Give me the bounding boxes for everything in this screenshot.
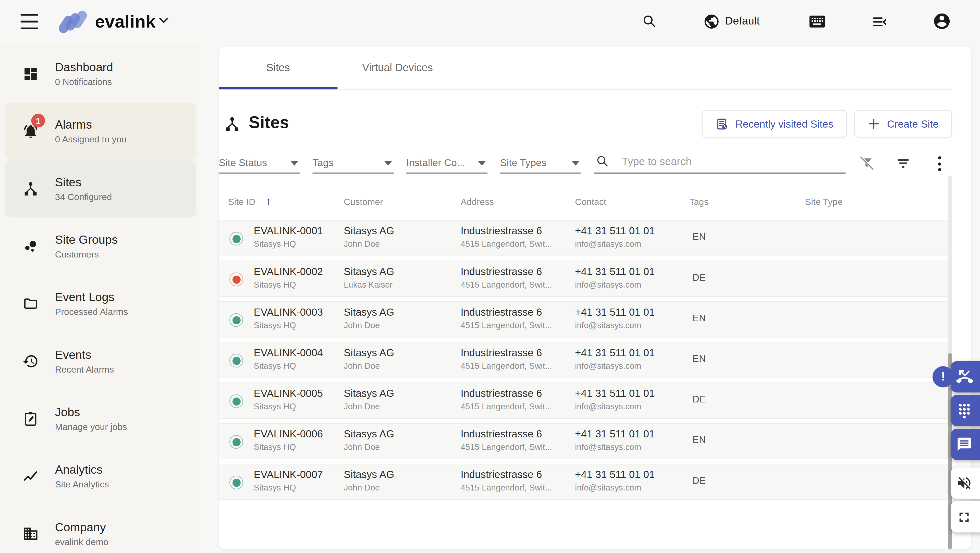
column-header-site-type[interactable]: Site Type [805,197,842,207]
create-site-button[interactable]: Create Site [854,110,952,138]
sidebar-item-sublabel: Recent Alarms [55,364,114,374]
recently-visited-sites-button[interactable]: Recently visited Sites [702,110,847,138]
tab-bar: Sites Virtual Devices [219,47,952,90]
sidebar-item-sublabel: evalink demo [55,537,108,547]
filter-label: Tags [312,157,334,168]
table-row[interactable]: EVALINK-0005Sitasys HQ Sitasys AGJohn Do… [219,383,948,419]
dropdown-arrow-icon [572,161,579,165]
table-row[interactable]: EVALINK-0002Sitasys HQ Sitasys AGLukas K… [219,261,948,297]
table-header: Site ID ↑ Customer Address Contact Tags … [219,194,948,212]
site-types-filter[interactable]: Site Types [500,153,581,174]
address-cell: Industriestrasse 64515 Langendorf, Swit.… [461,302,552,337]
recently-visited-label: Recently visited Sites [735,118,833,130]
address-cell: Industriestrasse 64515 Langendorf, Swit.… [461,383,552,418]
mute-button[interactable] [951,467,980,499]
sidebar-item-label: Events [55,348,114,362]
site-id-cell: EVALINK-0002Sitasys HQ [254,261,323,296]
site-status-icon [229,435,243,449]
sidebar-item-label: Site Groups [55,233,118,248]
table-row[interactable]: EVALINK-0001Sitasys HQ Sitasys AGJohn Do… [219,220,948,256]
site-status-icon [229,313,243,327]
installer-company-filter[interactable]: Installer Co... [406,153,487,174]
search-input[interactable] [620,153,839,171]
keyboard-icon[interactable] [809,14,826,29]
dropdown-arrow-icon [384,161,392,165]
sidebar-item-event-logs[interactable]: Event Logs Processed Alarms [5,275,196,332]
sidebar-item-events[interactable]: Events Recent Alarms [5,332,196,390]
table-row[interactable]: EVALINK-0007Sitasys HQ Sitasys AGJohn Do… [219,464,948,500]
contact-cell: +41 31 511 01 01info@sitasys.com [575,221,655,256]
column-header-tags[interactable]: Tags [689,197,708,207]
more-options-kebab-icon[interactable] [934,154,945,173]
clear-filters-icon[interactable] [859,155,875,171]
sidebar-item-label: Event Logs [55,291,128,305]
brand-chevron-down-icon[interactable] [159,17,169,24]
bubble-chart-icon [22,238,39,254]
site-status-icon [229,394,243,408]
menu-open-icon[interactable] [871,14,888,29]
address-cell: Industriestrasse 64515 Langendorf, Swit.… [461,464,552,499]
history-icon [22,353,39,370]
active-tab-indicator [219,87,337,89]
sidebar-item-site-groups[interactable]: Site Groups Customers [5,218,196,275]
contact-cell: +41 31 511 01 01info@sitasys.com [575,342,655,377]
customer-cell: Sitasys AGJohn Doe [344,464,394,499]
sidebar-item-sublabel: Processed Alarms [55,307,128,317]
sites-content-card: Sites Virtual Devices Sites Recently vis… [219,47,971,550]
site-status-filter[interactable]: Site Status [219,153,300,174]
sidebar-item-analytics[interactable]: Analytics Site Analytics [5,447,196,505]
sidebar-item-label: Alarms [55,118,127,132]
address-cell: Industriestrasse 64515 Langendorf, Swit.… [461,221,552,256]
sidebar-item-sublabel: Site Analytics [55,479,109,489]
column-header-site-id[interactable]: Site ID [228,197,256,207]
filter-list-icon[interactable] [895,155,912,171]
hamburger-menu-icon[interactable] [21,14,38,29]
search-icon[interactable] [642,14,657,29]
tags-filter[interactable]: Tags [312,153,393,174]
table-row[interactable]: EVALINK-0003Sitasys HQ Sitasys AGJohn Do… [219,301,948,337]
table-row[interactable]: EVALINK-0004Sitasys HQ Sitasys AGJohn Do… [219,342,948,378]
site-id-cell: EVALINK-0003Sitasys HQ [254,302,323,337]
evalink-logo-mark [57,8,90,36]
sidebar-item-label: Analytics [55,463,109,477]
site-id-cell: EVALINK-0004Sitasys HQ [254,342,323,377]
column-header-address[interactable]: Address [461,197,494,207]
sidebar-item-label: Jobs [55,406,127,420]
sidebar-item-label: Company [55,521,108,535]
sidebar-item-dashboard[interactable]: Dashboard 0 Notifications [5,45,196,102]
sort-ascending-icon[interactable]: ↑ [266,195,271,208]
company-icon [22,526,39,542]
top-bar: evalink Default [0,0,980,44]
tab-sites[interactable]: Sites [219,47,337,90]
incoming-call-button[interactable] [951,361,980,393]
page-title: Sites [249,113,289,132]
sidebar-item-sublabel: Manage your jobs [55,422,127,432]
column-header-customer[interactable]: Customer [344,197,383,207]
fullscreen-button[interactable] [951,501,980,532]
column-header-contact[interactable]: Contact [575,197,606,207]
chat-button[interactable] [951,429,980,460]
table-row[interactable]: EVALINK-0006Sitasys HQ Sitasys AGJohn Do… [219,423,948,459]
site-status-icon [229,354,243,367]
contact-cell: +41 31 511 01 01info@sitasys.com [575,383,655,418]
globe-icon[interactable] [703,13,720,30]
sidebar-item-sublabel: 0 Assigned to you [55,134,127,144]
phone-incoming-icon [956,369,973,385]
sidebar-item-jobs[interactable]: Jobs Manage your jobs [5,390,196,447]
sidebar-item-alarms[interactable]: 1 Alarms 0 Assigned to you [5,103,196,160]
sites-hub-icon [22,181,39,197]
tab-virtual-devices[interactable]: Virtual Devices [337,47,457,90]
site-status-icon [229,232,243,246]
workspace-selector[interactable]: Default [725,14,760,27]
site-id-cell: EVALINK-0007Sitasys HQ [254,464,323,499]
dialpad-button[interactable] [951,395,980,426]
page-header: Sites Recently visited Sites Create Site [219,110,971,138]
sidebar-item-company[interactable]: Company evalink demo [5,505,196,553]
account-avatar-icon[interactable] [932,12,951,31]
alarm-count-badge: 1 [31,114,45,127]
customer-cell: Sitasys AGJohn Doe [344,221,394,256]
search-field[interactable] [594,153,845,174]
jobs-clipboard-icon [22,411,39,427]
analytics-icon [22,468,39,485]
sidebar-item-sites[interactable]: Sites 34 Configured [5,160,196,218]
